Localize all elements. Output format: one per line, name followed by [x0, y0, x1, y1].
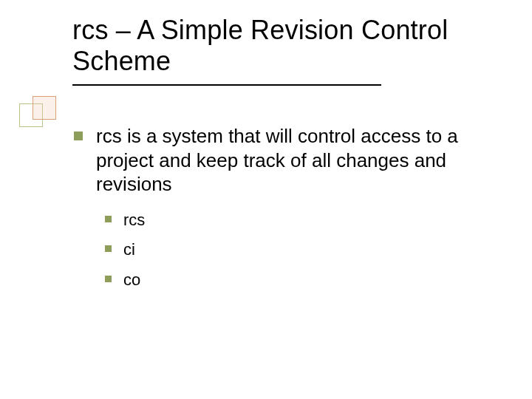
slide-title: rcs – A Simple Revision Control Scheme [72, 15, 486, 78]
slide: rcs – A Simple Revision Control Scheme r… [0, 0, 532, 399]
bullet-level2: co [105, 270, 488, 291]
sub-bullet-list: rcs ci co [105, 210, 488, 291]
bullet-level1: rcs is a system that will control access… [74, 124, 488, 197]
square-bullet-icon [105, 276, 112, 282]
bullet-text: ci [123, 239, 135, 261]
square-bullet-icon [105, 216, 112, 222]
title-underline [72, 84, 381, 86]
corner-decoration [19, 96, 55, 132]
slide-body: rcs is a system that will control access… [74, 124, 488, 299]
square-bullet-icon [74, 132, 83, 140]
deco-square-orange [33, 96, 56, 120]
square-bullet-icon [105, 245, 112, 252]
bullet-text: co [123, 270, 140, 291]
bullet-level2: rcs [105, 210, 488, 231]
bullet-level2: ci [105, 239, 488, 261]
bullet-text: rcs is a system that will control access… [96, 124, 488, 197]
bullet-text: rcs [123, 210, 145, 231]
